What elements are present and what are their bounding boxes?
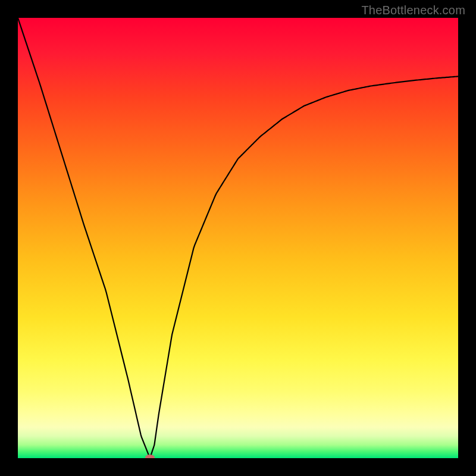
watermark-text: TheBottleneck.com xyxy=(361,4,465,17)
optimum-marker xyxy=(145,455,155,458)
chart-frame: TheBottleneck.com xyxy=(0,0,476,476)
plot-area xyxy=(18,18,458,458)
bottleneck-curve-path xyxy=(18,18,458,458)
bottleneck-curve-svg xyxy=(18,18,458,458)
